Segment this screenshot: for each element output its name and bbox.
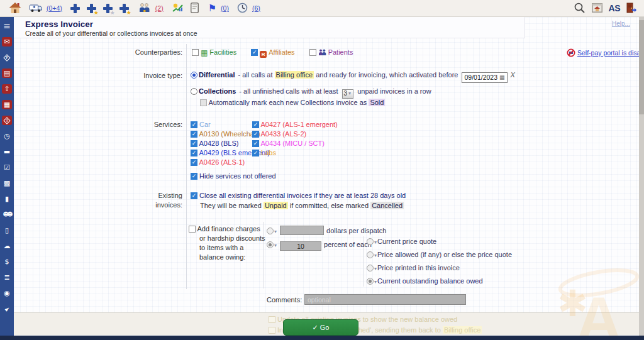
dispatch-add-starred-icon[interactable]: ★ [87, 4, 96, 13]
basis-radio[interactable] [367, 238, 374, 245]
calendar-picker-icon[interactable]: ▦ [499, 73, 505, 82]
coin-icon[interactable]: ◉ [2, 288, 12, 298]
go-button[interactable]: ✓ Go [283, 319, 358, 336]
automark-checkbox[interactable] [200, 99, 207, 106]
service-option[interactable]: Labs [252, 148, 276, 157]
percent-radio[interactable] [267, 241, 274, 248]
clock-count-link[interactable]: (6) [252, 4, 260, 12]
activated-before-date-input[interactable]: 09/01/2023▦ [462, 72, 507, 83]
basis-label: Price allowed (if any) or else the price… [377, 251, 512, 258]
flag-count-link[interactable]: (0) [221, 4, 229, 12]
svg-text:A: A [576, 284, 621, 340]
service-option[interactable]: A0433 (ALS-2) [252, 129, 306, 138]
toolbox-icon[interactable]: ▤ [2, 69, 12, 78]
facilities-checkbox[interactable] [192, 49, 199, 56]
service-option[interactable]: A0426 (ALS-1) [191, 158, 245, 167]
dispatch-add-icon[interactable] [70, 4, 80, 13]
service-checkbox[interactable] [191, 131, 197, 138]
crew-icon[interactable] [138, 3, 151, 14]
service-checkbox[interactable] [252, 121, 259, 128]
include-finished-checkbox[interactable] [269, 327, 275, 334]
comments-input[interactable] [304, 294, 466, 305]
help-link[interactable]: Help... [612, 20, 630, 27]
counterparty-facilities[interactable]: ▦Facilities [192, 48, 238, 56]
reports-chart-icon[interactable] [172, 3, 184, 14]
document-icon[interactable]: ▯ [2, 226, 12, 235]
clock-icon[interactable] [237, 3, 248, 14]
alert-diamond-icon[interactable]: ! [2, 116, 12, 125]
finance-charges-checkbox[interactable] [189, 226, 196, 233]
basis-radio[interactable] [367, 251, 374, 258]
service-option[interactable]: Car [191, 120, 211, 129]
patients-icon [318, 49, 326, 57]
basis-option[interactable]: ▾Current price quote [367, 237, 436, 247]
basis-option[interactable]: ▾Current outstanding balance owed [367, 277, 483, 287]
checklist-icon[interactable]: ≣ [2, 273, 12, 282]
service-option[interactable]: A0434 (MICU / SCT) [252, 139, 325, 148]
user-initials[interactable]: AS [609, 3, 620, 13]
collections-radio[interactable] [191, 88, 197, 95]
hide-services-checkbox[interactable] [191, 173, 197, 180]
service-checkbox[interactable] [191, 150, 197, 156]
affiliates-icon: R [260, 51, 267, 58]
alarm-clock-icon[interactable]: ◷ [2, 131, 12, 141]
calendar-icon[interactable]: ☑ [2, 163, 12, 172]
counterparty-affiliates[interactable]: RAffiliates [251, 48, 296, 56]
logout-door-icon[interactable] [626, 3, 636, 14]
people-icon[interactable]: ☻☻ [2, 210, 12, 219]
send-icon[interactable]: ► [2, 304, 12, 314]
service-option[interactable]: A0130 (Wheelchair) [191, 129, 260, 138]
basis-option[interactable]: ▾Price printed in this invoice [367, 263, 460, 273]
home-icon[interactable] [9, 2, 21, 15]
dispatch-add-favorite-icon[interactable]: ★ [119, 4, 129, 13]
update-invoices-checkbox[interactable] [269, 316, 275, 323]
help-diamond-icon[interactable]: ? [2, 53, 12, 62]
ambulance-icon[interactable] [30, 3, 42, 14]
services-label: Services: [106, 121, 182, 128]
affiliates-checkbox[interactable] [251, 49, 258, 56]
search-icon[interactable] [574, 2, 586, 15]
service-label: A0433 (ALS-2) [260, 130, 306, 138]
service-checkbox[interactable] [191, 159, 197, 166]
bookmark-icon[interactable]: ▮ [2, 194, 12, 204]
upload-icon[interactable]: ⇧ [2, 84, 12, 94]
patients-checkbox[interactable] [309, 49, 316, 56]
selfpay-portal-link[interactable]: Self-pay portal is disabled [577, 49, 644, 57]
service-option[interactable]: A0427 (ALS-1 emergent) [252, 120, 338, 129]
service-checkbox[interactable] [252, 131, 259, 138]
basis-radio[interactable] [367, 265, 374, 271]
clear-date-button[interactable]: X [511, 71, 515, 79]
differential-radio[interactable] [191, 72, 197, 79]
flag-icon[interactable]: ⚑ [208, 4, 216, 13]
close-invoices-checkbox[interactable] [191, 192, 197, 199]
menu-icon[interactable]: ≡ [2, 21, 12, 31]
ambulance-count-link[interactable]: (0+4) [47, 4, 62, 12]
clipboard-icon[interactable] [191, 3, 199, 14]
basis-option[interactable]: ▾Price allowed (if any) or else the pric… [367, 250, 512, 260]
dispatch-add-person-icon[interactable]: ★ [103, 4, 113, 13]
records-icon[interactable]: ▦ [2, 100, 12, 109]
select-value: 3 [344, 89, 348, 98]
service-checkbox[interactable] [252, 150, 259, 156]
payment-card-icon[interactable]: ▬ [2, 147, 12, 156]
vertical-scrollbar[interactable] [639, 17, 644, 336]
counterparty-patients[interactable]: Patients [309, 48, 353, 56]
unpaid-count-select[interactable]: 3▾ [342, 89, 354, 99]
percent-input[interactable]: 10 [280, 241, 321, 251]
dollars-radio[interactable] [267, 228, 274, 234]
dollars-input[interactable] [280, 226, 324, 235]
crew-count-link[interactable]: (2) [155, 4, 164, 12]
calculator-icon[interactable]: ▩ [2, 178, 12, 188]
service-checkbox[interactable] [191, 140, 197, 147]
cloud-upload-icon[interactable]: ☁ [2, 241, 12, 251]
service-checkbox[interactable] [252, 140, 259, 147]
browser-home-icon[interactable] [592, 3, 602, 14]
basis-radio[interactable] [367, 278, 374, 285]
dollar-icon[interactable]: $ [2, 257, 12, 266]
hide-services-option[interactable]: Hide services not offered [191, 172, 276, 180]
service-option[interactable]: A0428 (BLS) [191, 139, 238, 148]
messages-icon[interactable]: ✉ [2, 37, 12, 47]
scrollbar-thumb[interactable] [639, 20, 644, 114]
close-invoices-option[interactable]: Close all existing differential invoices… [191, 191, 406, 200]
service-checkbox[interactable] [191, 121, 197, 128]
